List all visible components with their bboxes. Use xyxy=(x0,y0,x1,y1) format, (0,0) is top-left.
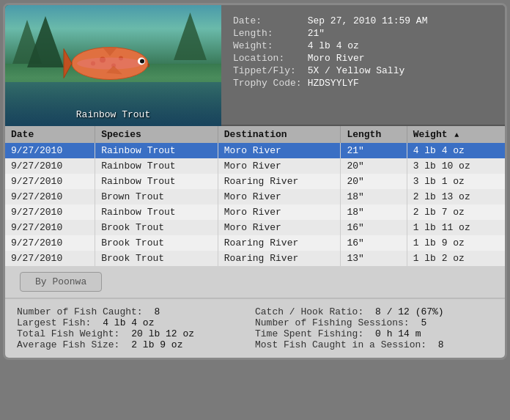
svg-point-10 xyxy=(140,59,144,63)
tippet-value: 5X / Yellow Sally xyxy=(308,65,493,76)
sort-arrow-icon: ▲ xyxy=(454,131,459,139)
tippet-label: Tippet/Fly: xyxy=(233,65,302,76)
table-row[interactable]: 9/27/2010Brook TroutMoro River16"1 lb 11… xyxy=(5,220,505,235)
col-date[interactable]: Date xyxy=(5,126,95,143)
stat-value: 20 lb 12 oz xyxy=(131,328,194,339)
cell-weight: 2 lb 7 oz xyxy=(407,205,505,220)
stat-label: Largest Fish: xyxy=(17,317,91,328)
trophy-label: Trophy Code: xyxy=(233,78,302,89)
cell-date: 9/27/2010 xyxy=(5,189,95,205)
date-label: Date: xyxy=(233,15,302,26)
cell-species: Brook Trout xyxy=(95,235,218,251)
stat-label: Total Fish Weight: xyxy=(17,328,119,339)
stat-row-left: Average Fish Size: 2 lb 9 oz xyxy=(17,339,255,350)
stat-row-left: Number of Fish Caught: 8 xyxy=(17,306,255,317)
stats-right: Catch / Hook Ratio: 8 / 12 (67%)Number o… xyxy=(255,306,493,350)
stat-value: 5 xyxy=(421,317,426,328)
cell-destination: Moro River xyxy=(218,158,341,174)
cell-destination: Roaring River xyxy=(218,235,341,251)
main-container: Rainbow Trout Date: Sep 27, 2010 11:59 A… xyxy=(3,3,507,360)
cell-weight: 2 lb 13 oz xyxy=(407,189,505,205)
cell-length: 16" xyxy=(341,220,407,235)
stat-row-right: Number of Fishing Sessions: 5 xyxy=(255,317,493,328)
table-row[interactable]: 9/27/2010Rainbow TroutMoro River18"2 lb … xyxy=(5,205,505,220)
stat-label: Number of Fish Caught: xyxy=(17,306,143,317)
catch-table: Date Species Destination Length Weight ▲… xyxy=(5,126,505,266)
cell-weight: 4 lb 4 oz xyxy=(407,143,505,158)
stat-label: Number of Fishing Sessions: xyxy=(255,317,410,328)
length-value: 21" xyxy=(308,28,493,39)
length-label: Length: xyxy=(233,28,302,39)
date-value: Sep 27, 2010 11:59 AM xyxy=(308,15,493,26)
stat-row-right: Catch / Hook Ratio: 8 / 12 (67%) xyxy=(255,306,493,317)
svg-marker-6 xyxy=(64,48,72,78)
cell-date: 9/27/2010 xyxy=(5,205,95,220)
by-poonwa-button[interactable]: By Poonwa xyxy=(20,272,102,292)
cell-destination: Roaring River xyxy=(218,174,341,189)
cell-date: 9/27/2010 xyxy=(5,235,95,251)
location-value: Moro River xyxy=(308,53,493,64)
cell-destination: Moro River xyxy=(218,205,341,220)
stat-value: 8 xyxy=(438,339,444,350)
stat-label: Catch / Hook Ratio: xyxy=(255,306,363,317)
table-row[interactable]: 9/27/2010Brook TroutRoaring River16"1 lb… xyxy=(5,235,505,251)
cell-species: Rainbow Trout xyxy=(95,174,218,189)
weight-label: Weight: xyxy=(233,40,302,51)
col-destination[interactable]: Destination xyxy=(218,126,341,143)
table-row[interactable]: 9/27/2010Rainbow TroutMoro River21"4 lb … xyxy=(5,143,505,158)
cell-weight: 1 lb 9 oz xyxy=(407,235,505,251)
cell-date: 9/27/2010 xyxy=(5,158,95,174)
col-species[interactable]: Species xyxy=(95,126,218,143)
stat-row-left: Total Fish Weight: 20 lb 12 oz xyxy=(17,328,255,339)
col-length[interactable]: Length xyxy=(341,126,407,143)
cell-species: Brook Trout xyxy=(95,220,218,235)
cell-destination: Roaring River xyxy=(218,251,341,266)
cell-destination: Moro River xyxy=(218,189,341,205)
cell-length: 18" xyxy=(341,189,407,205)
cell-length: 20" xyxy=(341,158,407,174)
cell-length: 18" xyxy=(341,205,407,220)
stats-area: Number of Fish Caught: 8Largest Fish: 4 … xyxy=(5,298,505,358)
stat-row-right: Most Fish Caught in a Session: 8 xyxy=(255,339,493,350)
cell-species: Brook Trout xyxy=(95,251,218,266)
stat-label: Average Fish Size: xyxy=(17,339,119,350)
fish-name-label: Rainbow Trout xyxy=(5,109,221,120)
cell-date: 9/27/2010 xyxy=(5,143,95,158)
stat-value: 8 xyxy=(154,306,160,317)
cell-date: 9/27/2010 xyxy=(5,251,95,266)
stat-value: 0 h 14 m xyxy=(375,328,421,339)
col-weight[interactable]: Weight ▲ xyxy=(407,126,505,143)
cell-weight: 1 lb 2 oz xyxy=(407,251,505,266)
button-area: By Poonwa xyxy=(5,266,505,298)
table-row[interactable]: 9/27/2010Rainbow TroutMoro River20"3 lb … xyxy=(5,158,505,174)
table-header-row: Date Species Destination Length Weight ▲ xyxy=(5,126,505,143)
stat-label: Most Fish Caught in a Session: xyxy=(255,339,426,350)
table-row[interactable]: 9/27/2010Brook TroutRoaring River13"1 lb… xyxy=(5,251,505,266)
cell-date: 9/27/2010 xyxy=(5,220,95,235)
cell-length: 20" xyxy=(341,174,407,189)
stat-value: 4 lb 4 oz xyxy=(103,317,154,328)
fish-icon xyxy=(62,37,165,89)
trophy-value: HZDSYYLYF xyxy=(308,78,493,89)
cell-species: Rainbow Trout xyxy=(95,143,218,158)
table-area: Date Species Destination Length Weight ▲… xyxy=(5,126,505,266)
table-row[interactable]: 9/27/2010Brown TroutMoro River18"2 lb 13… xyxy=(5,189,505,205)
cell-weight: 3 lb 10 oz xyxy=(407,158,505,174)
cell-weight: 1 lb 11 oz xyxy=(407,220,505,235)
stat-row-left: Largest Fish: 4 lb 4 oz xyxy=(17,317,255,328)
cell-weight: 3 lb 1 oz xyxy=(407,174,505,189)
fish-image-area: Rainbow Trout xyxy=(5,5,221,126)
weight-value: 4 lb 4 oz xyxy=(308,40,493,51)
stat-row-right: Time Spent Fishing: 0 h 14 m xyxy=(255,328,493,339)
svg-point-5 xyxy=(77,57,143,69)
top-panel: Rainbow Trout Date: Sep 27, 2010 11:59 A… xyxy=(5,5,505,126)
stats-left: Number of Fish Caught: 8Largest Fish: 4 … xyxy=(17,306,255,350)
cell-species: Rainbow Trout xyxy=(95,158,218,174)
cell-length: 13" xyxy=(341,251,407,266)
table-row[interactable]: 9/27/2010Rainbow TroutRoaring River20"3 … xyxy=(5,174,505,189)
stat-label: Time Spent Fishing: xyxy=(255,328,363,339)
cell-length: 21" xyxy=(341,143,407,158)
info-panel: Date: Sep 27, 2010 11:59 AM Length: 21" … xyxy=(221,5,505,125)
cell-length: 16" xyxy=(341,235,407,251)
cell-date: 9/27/2010 xyxy=(5,174,95,189)
